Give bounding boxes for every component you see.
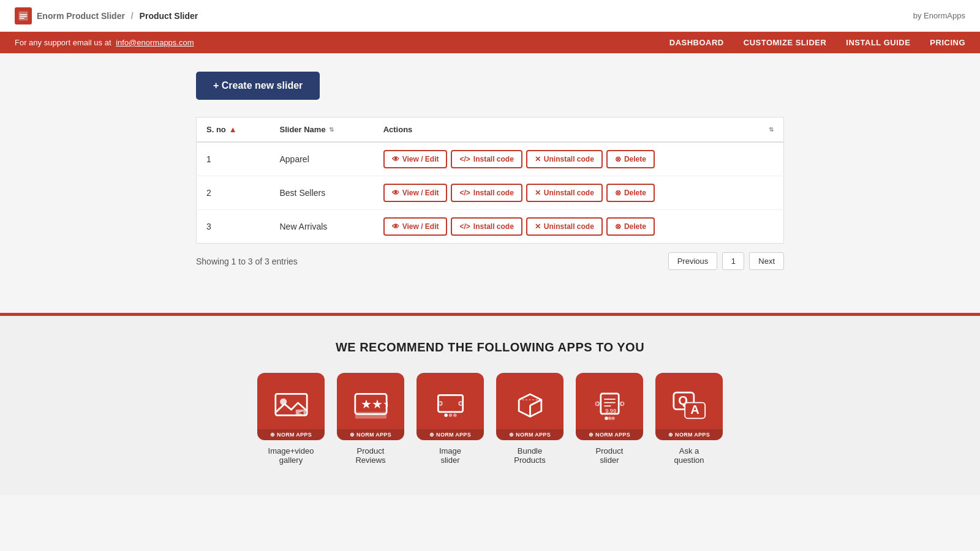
app-ask-question[interactable]: Q A ⊕ NORM APPS Ask aquestion [655, 373, 723, 465]
row-actions: 👁 View / Edit </> Install code ✕ Uninsta… [374, 210, 784, 244]
table-row: 2 Best Sellers 👁 View / Edit </> Install… [197, 176, 784, 210]
previous-button[interactable]: Previous [668, 252, 718, 270]
app-icon-image-video-gallery: ⊕ NORM APPS [257, 373, 325, 440]
norm-badge: ⊕ NORM APPS [576, 429, 643, 440]
svg-rect-10 [355, 411, 386, 418]
delete-button-2[interactable]: ⊗ Delete [606, 184, 655, 202]
table-header: S. no ▲ Slider Name ⇅ Actions ⇅ [197, 118, 784, 143]
norm-badge: ⊕ NORM APPS [496, 429, 564, 440]
nav-bar: For any support email us at info@enormap… [0, 32, 980, 53]
app-bundle-products[interactable]: ⊕ NORM APPS BundleProducts [496, 373, 564, 465]
sliders-table: S. no ▲ Slider Name ⇅ Actions ⇅ [196, 117, 784, 244]
svg-point-28 [611, 416, 615, 420]
logo-icon [18, 10, 29, 21]
install-code-button-2[interactable]: </> Install code [451, 184, 522, 202]
norm-badge: ⊕ NORM APPS [337, 429, 404, 440]
install-code-button-3[interactable]: </> Install code [451, 217, 522, 236]
app-icon-product-reviews: ★★★★★ ⊕ NORM APPS [337, 373, 404, 440]
row-slider-name: New Arrivals [270, 210, 374, 244]
col-actions: Actions ⇅ [374, 118, 784, 143]
row-sno: 2 [197, 176, 270, 210]
row-actions: 👁 View / Edit </> Install code ✕ Uninsta… [374, 176, 784, 210]
view-edit-button-3[interactable]: 👁 View / Edit [383, 217, 448, 236]
breadcrumb: Enorm Product Slider / Product Slider [37, 11, 198, 21]
app-icon-image-slider: ⊕ NORM APPS [417, 373, 484, 440]
support-text: For any support email us at info@enormap… [15, 38, 194, 47]
app-label-product-reviews: ProductReviews [355, 446, 385, 465]
app-image-video-gallery[interactable]: ⊕ NORM APPS Image+videogallery [257, 373, 325, 465]
svg-text:A: A [690, 402, 699, 416]
main-content: + Create new slider S. no ▲ Slider Name … [184, 53, 796, 294]
breadcrumb-parent[interactable]: Enorm Product Slider [37, 11, 125, 21]
row-slider-name: Apparel [270, 142, 374, 176]
nav-links: DASHBOARD CUSTOMIZE SLIDER INSTALL GUIDE… [669, 38, 965, 47]
code-icon: </> [459, 222, 470, 231]
svg-rect-1 [20, 14, 27, 15]
cross-icon: ✕ [535, 222, 541, 231]
delete-button-1[interactable]: ⊗ Delete [606, 150, 655, 168]
delete-icon: ⊗ [615, 189, 621, 197]
breadcrumb-area: Enorm Product Slider / Product Slider [15, 7, 198, 24]
uninstall-code-button-1[interactable]: ✕ Uninstall code [526, 150, 603, 168]
app-label-product-slider: Productslider [596, 446, 624, 465]
pagination-row: Showing 1 to 3 of 3 entries Previous 1 N… [196, 252, 784, 270]
actions-sort-icon: ⇅ [769, 126, 774, 133]
app-icon-product-slider: 9.99 ⊕ NORM APPS [576, 373, 643, 440]
norm-badge: ⊕ NORM APPS [257, 429, 325, 440]
nav-pricing[interactable]: PRICING [930, 38, 965, 47]
view-edit-button-2[interactable]: 👁 View / Edit [383, 184, 448, 202]
current-page: 1 [722, 252, 744, 270]
support-email-link[interactable]: info@enormapps.com [116, 38, 194, 47]
col-slider-name: Slider Name ⇅ [270, 118, 374, 143]
next-button[interactable]: Next [749, 252, 784, 270]
norm-badge: ⊕ NORM APPS [655, 429, 723, 440]
eye-icon: 👁 [392, 189, 399, 197]
image-slider-icon [434, 390, 467, 424]
svg-text:★★★★★: ★★★★★ [361, 397, 388, 411]
delete-icon: ⊗ [615, 155, 621, 163]
uninstall-code-button-3[interactable]: ✕ Uninstall code [526, 217, 603, 236]
pagination-controls: Previous 1 Next [668, 252, 784, 270]
view-edit-button-1[interactable]: 👁 View / Edit [383, 150, 448, 168]
code-icon: </> [459, 155, 470, 163]
row-slider-name: Best Sellers [270, 176, 374, 210]
recommendations-title: WE RECOMMEND THE FOLLOWING APPS TO YOU [12, 340, 968, 354]
nav-install[interactable]: INSTALL GUIDE [846, 38, 910, 47]
app-product-slider[interactable]: 9.99 ⊕ NORM APPS Productslider [576, 373, 643, 465]
svg-point-16 [453, 413, 457, 417]
delete-button-3[interactable]: ⊗ Delete [606, 217, 655, 236]
install-code-button-1[interactable]: </> Install code [451, 150, 522, 168]
svg-text:9.99: 9.99 [605, 408, 616, 414]
svg-point-27 [608, 416, 611, 420]
row-actions: 👁 View / Edit </> Install code ✕ Uninsta… [374, 142, 784, 176]
code-icon: </> [459, 189, 470, 197]
breadcrumb-current: Product Slider [140, 11, 198, 21]
nav-customize[interactable]: CUSTOMIZE SLIDER [744, 38, 827, 47]
app-label-image-video-gallery: Image+videogallery [268, 446, 314, 465]
ask-icon: Q A [673, 390, 706, 424]
table-row: 1 Apparel 👁 View / Edit </> Install code… [197, 142, 784, 176]
svg-point-26 [605, 416, 608, 420]
app-icon-ask-question: Q A ⊕ NORM APPS [655, 373, 723, 440]
app-label-ask-question: Ask aquestion [674, 446, 704, 465]
svg-point-14 [444, 413, 448, 417]
table-body: 1 Apparel 👁 View / Edit </> Install code… [197, 142, 784, 244]
create-slider-button[interactable]: + Create new slider [196, 72, 320, 100]
svg-point-15 [448, 413, 452, 417]
nav-dashboard[interactable]: DASHBOARD [669, 38, 724, 47]
row-sno: 1 [197, 142, 270, 176]
cross-icon: ✕ [535, 189, 541, 197]
app-icon-bundle-products: ⊕ NORM APPS [496, 373, 564, 440]
sort-both-icon: ⇅ [329, 126, 334, 133]
app-product-reviews[interactable]: ★★★★★ ⊕ NORM APPS ProductReviews [337, 373, 404, 465]
uninstall-code-button-2[interactable]: ✕ Uninstall code [526, 184, 603, 202]
sort-asc-icon: ▲ [229, 125, 237, 134]
svg-rect-3 [20, 18, 24, 19]
app-label-image-slider: Imageslider [439, 446, 461, 465]
col-sno: S. no ▲ [197, 118, 270, 143]
table-row: 3 New Arrivals 👁 View / Edit </> Install… [197, 210, 784, 244]
app-image-slider[interactable]: ⊕ NORM APPS Imageslider [417, 373, 484, 465]
delete-icon: ⊗ [615, 222, 621, 231]
top-header: Enorm Product Slider / Product Slider by… [0, 0, 980, 32]
eye-icon: 👁 [392, 222, 399, 231]
